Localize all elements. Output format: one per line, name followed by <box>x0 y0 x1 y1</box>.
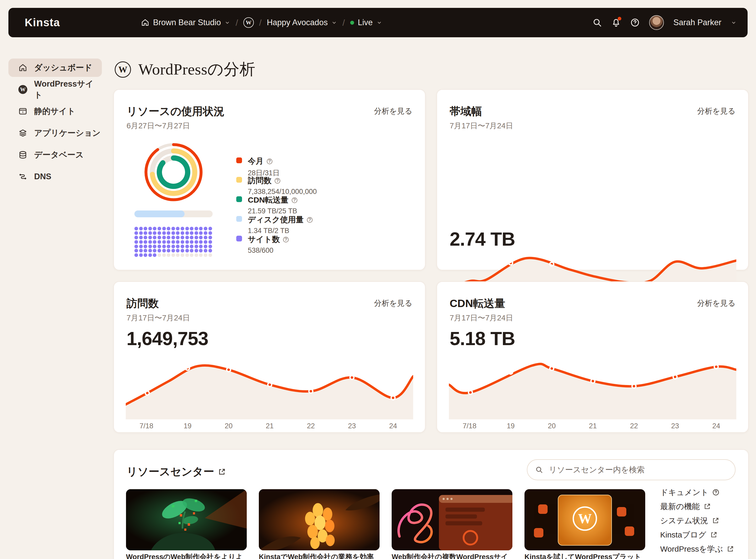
svg-text:7/18: 7/18 <box>140 422 154 430</box>
sidebar: ダッシュボードWWordPressサイト静的サイトアプリケーションデータベースD… <box>8 59 102 186</box>
resource-article-caption[interactable]: KinstaでWeb制作会社の業務を効率化する手法 <box>259 552 380 559</box>
avatar[interactable] <box>649 15 664 30</box>
resource-link[interactable]: WordPressを学ぶ <box>660 544 734 554</box>
search-icon <box>535 466 543 474</box>
kinsta-logo[interactable]: Kinsta <box>25 8 60 37</box>
home-icon <box>141 18 149 27</box>
help-button[interactable] <box>630 18 640 27</box>
search-icon <box>593 18 602 27</box>
resource-usage-card: リソースの使用状況 分析を見る 6月27日〜7月27日 今月?28日/31日訪問… <box>113 89 425 270</box>
resource-article-caption[interactable]: Kinstaを試してWordPressプラットフォームを体験 <box>525 552 645 559</box>
date-range: 7月17日〜7月24日 <box>127 313 190 323</box>
resource-article-tile[interactable]: W <box>525 489 645 550</box>
user-name[interactable]: Sarah Parker <box>673 18 721 27</box>
sidebar-item-wordpress-sites[interactable]: WWordPressサイト <box>8 80 102 99</box>
notifications-button[interactable] <box>612 18 621 27</box>
resource-article-tile[interactable] <box>392 489 512 550</box>
card-title: 訪問数 <box>127 296 159 311</box>
question-circle-icon <box>630 18 640 27</box>
legend-swatch <box>236 177 242 183</box>
wordpress-icon: W <box>18 85 27 94</box>
page-title: WordPressの分析 <box>138 59 255 80</box>
resource-link[interactable]: Kinstaブログ <box>660 530 734 540</box>
legend-label: CDN転送量? <box>248 195 298 205</box>
cdn-chart: 7/18192021222324 <box>449 360 736 431</box>
view-analytics-link[interactable]: 分析を見る <box>697 298 735 309</box>
sidebar-item-label: データベース <box>34 149 84 160</box>
resource-article-caption[interactable]: WordPressのWeb制作会社をよりよく運営するコツ <box>126 552 247 559</box>
legend-item: ディスク使用量?1.34 TB/2 TB <box>236 215 313 235</box>
resource-link-label: 最新の機能 <box>660 501 700 512</box>
breadcrumb-site[interactable]: Happy Avocados <box>267 18 337 27</box>
sidebar-item-label: ダッシュボード <box>34 62 92 73</box>
resource-center-title-text: リソースセンター <box>127 465 214 479</box>
breadcrumb-environment[interactable]: Live <box>350 18 382 27</box>
question-circle-icon[interactable]: ? <box>291 197 298 204</box>
chevron-down-icon[interactable] <box>731 20 737 25</box>
live-status-dot <box>350 21 354 25</box>
question-circle-icon[interactable]: ? <box>306 217 313 223</box>
resource-link[interactable]: システム状況 <box>660 516 734 526</box>
svg-text:?: ? <box>268 158 271 164</box>
sidebar-item-label: WordPressサイト <box>34 79 102 100</box>
svg-text:21: 21 <box>266 422 274 430</box>
question-circle-icon[interactable]: ? <box>274 177 281 184</box>
breadcrumb-separator: / <box>259 18 262 28</box>
top-nav: Kinsta Brown Bear Studio / W / Happy Avo… <box>8 8 748 37</box>
question-circle-icon[interactable]: ? <box>283 236 289 243</box>
card-title: CDN転送量 <box>450 296 505 311</box>
legend-item: 今月?28日/31日 <box>236 156 280 178</box>
scribble-dashboard-illustration <box>392 489 512 550</box>
breadcrumb-site-label: Happy Avocados <box>267 18 328 27</box>
resource-search <box>527 459 735 480</box>
date-range: 7月17日〜7月24日 <box>450 313 513 323</box>
resource-search-input[interactable] <box>548 465 727 474</box>
svg-text:20: 20 <box>548 422 556 430</box>
sites-dot-matrix <box>134 227 212 257</box>
resource-center-card: リソースセンター <box>113 449 749 559</box>
resource-link-label: システム状況 <box>660 515 708 526</box>
resource-article-caption[interactable]: Web制作会社の複数WordPressサイト管理術 <box>392 552 512 559</box>
sidebar-item-label: 静的サイト <box>34 106 75 117</box>
svg-text:19: 19 <box>507 422 514 430</box>
search-button[interactable] <box>593 18 602 27</box>
visits-value: 1,649,753 <box>127 328 208 349</box>
breadcrumb: Brown Bear Studio / W / Happy Avocados /… <box>141 8 382 37</box>
date-range: 7月17日〜7月24日 <box>450 121 513 131</box>
resource-link[interactable]: 最新の機能 <box>660 501 734 512</box>
resource-link[interactable]: ドキュメント <box>660 487 734 497</box>
sidebar-item-static-sites[interactable]: 静的サイト <box>8 102 102 120</box>
legend-swatch <box>236 236 242 242</box>
breadcrumb-company[interactable]: Brown Bear Studio <box>141 18 230 27</box>
cdn-value: 5.18 TB <box>450 328 515 349</box>
breadcrumb-company-label: Brown Bear Studio <box>153 18 221 27</box>
sidebar-item-dashboard[interactable]: ダッシュボード <box>8 59 102 77</box>
svg-text:20: 20 <box>225 422 232 430</box>
view-analytics-link[interactable]: 分析を見る <box>697 106 735 116</box>
page-header: W WordPressの分析 <box>115 59 255 80</box>
question-circle-icon[interactable]: ? <box>266 158 273 165</box>
cones-illustration <box>259 489 380 550</box>
visits-card: 訪問数 分析を見る 7月17日〜7月24日 1,649,753 7/181920… <box>113 281 425 433</box>
view-analytics-link[interactable]: 分析を見る <box>374 106 413 116</box>
cdn-card: CDN転送量 分析を見る 7月17日〜7月24日 5.18 TB 7/18192… <box>437 281 749 433</box>
external-link-icon <box>218 468 226 476</box>
sidebar-item-databases[interactable]: データベース <box>8 146 102 164</box>
legend-value: 1.34 TB/2 TB <box>248 227 313 235</box>
resource-link-label: ドキュメント <box>660 487 709 498</box>
svg-text:22: 22 <box>630 422 638 430</box>
view-analytics-link[interactable]: 分析を見る <box>374 298 413 309</box>
resource-article-tile[interactable] <box>126 489 247 550</box>
sidebar-item-applications[interactable]: アプリケーション <box>8 124 102 142</box>
card-title: 帯域幅 <box>450 104 482 119</box>
resource-article-tile[interactable] <box>259 489 380 550</box>
svg-text:?: ? <box>276 178 279 183</box>
bandwidth-card: 帯域幅 分析を見る 7月17日〜7月24日 2.74 TB 7/18192021… <box>437 89 749 270</box>
legend-label: 訪問数? <box>248 175 317 186</box>
svg-text:7/18: 7/18 <box>463 422 477 430</box>
wordpress-icon: W <box>115 61 131 78</box>
sidebar-item-dns[interactable]: DNS <box>8 167 102 186</box>
date-range: 6月27日〜7月27日 <box>127 121 190 131</box>
svg-text:W: W <box>578 511 592 526</box>
legend-item: CDN転送量?21.59 TB/25 TB <box>236 195 298 215</box>
